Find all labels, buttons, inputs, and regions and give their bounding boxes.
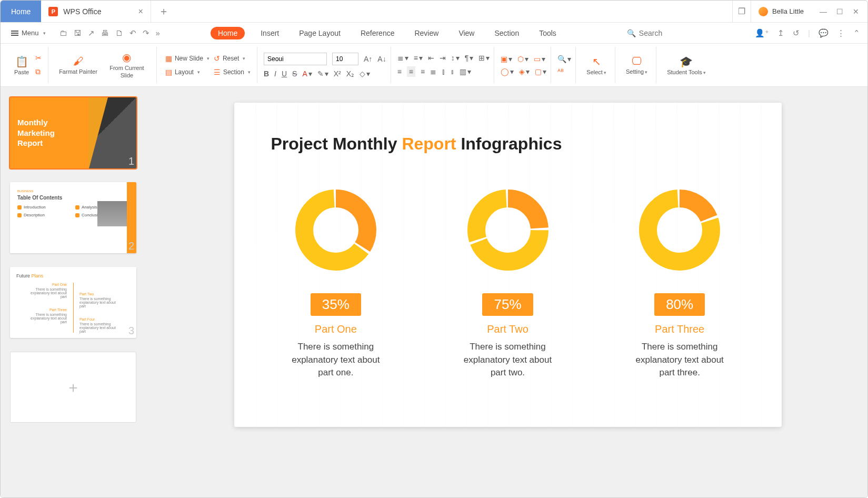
italic-button[interactable]: I — [274, 69, 276, 78]
minimize-icon[interactable]: — — [820, 7, 827, 16]
text-direction-button[interactable]: ¶▾ — [465, 54, 474, 62]
slide-canvas[interactable]: Project Monthly Report Infographics 35%P… — [158, 87, 867, 497]
shape-effects-button[interactable]: ▢▾ — [535, 67, 546, 76]
percent-badge: 75% — [482, 293, 533, 316]
select-button[interactable]: ↖ Select▾ — [582, 55, 611, 75]
shape-outline-button[interactable]: ◈▾ — [519, 67, 530, 76]
slide-thumbnail-panel[interactable]: Monthly Marketing Report 1 BUSINESS Tabl… — [1, 87, 158, 497]
bold-button[interactable]: B — [264, 69, 269, 78]
picture-button[interactable]: ▣▾ — [501, 55, 512, 63]
donut-chart — [461, 183, 555, 277]
bullets-button[interactable]: ≣▾ — [397, 54, 408, 62]
close-window-icon[interactable]: ✕ — [853, 7, 859, 16]
clear-formatting-button[interactable]: ◇▾ — [360, 69, 370, 78]
current-slide[interactable]: Project Monthly Report Infographics 35%P… — [234, 103, 782, 427]
window-layout-icon[interactable]: ❐ — [732, 1, 751, 22]
font-name-input[interactable] — [264, 53, 327, 65]
student-tools-group: 🎓 Student Tools▾ — [659, 47, 714, 83]
find-button[interactable]: 🔍▾ — [557, 55, 571, 63]
chart-block-1[interactable]: 35%Part OneThere is something explanator… — [271, 183, 401, 380]
cut-button[interactable]: ✂ — [33, 53, 44, 63]
copy-button[interactable]: ⧉ — [33, 66, 44, 77]
increase-indent-button[interactable]: ⇥ — [440, 54, 446, 62]
user-account[interactable]: Bella Little — [751, 1, 811, 22]
chart-block-3[interactable]: 80%Part ThreeThere is something explanat… — [615, 183, 745, 380]
new-slide-button[interactable]: ▦New Slide▾ — [163, 53, 212, 64]
maximize-icon[interactable]: ☐ — [836, 7, 843, 16]
tab-page-layout[interactable]: Page Layout — [295, 27, 345, 39]
format-painter-group: 🖌 Farmat Painter ◉ From Current Slide — [51, 47, 157, 83]
tab-insert[interactable]: Insert — [256, 27, 283, 39]
qat-overflow-icon[interactable]: » — [156, 28, 160, 37]
superscript-button[interactable]: X² — [334, 69, 341, 78]
tab-reference[interactable]: Reference — [356, 27, 399, 39]
save-icon[interactable]: 🖫 — [74, 28, 82, 37]
slide-thumbnail-3[interactable]: Future Plans Part OneThere is something … — [10, 267, 136, 338]
setting-button[interactable]: 🖵 Setting▾ — [622, 55, 652, 75]
share-icon[interactable]: ↗ — [88, 28, 95, 38]
collapse-ribbon-icon[interactable]: ⌃ — [853, 28, 860, 38]
add-user-icon[interactable]: 👤⁺ — [755, 28, 769, 38]
open-folder-icon[interactable]: 🗀 — [59, 28, 67, 37]
section-button[interactable]: ☰Section▾ — [212, 67, 253, 77]
new-slide-icon: ▦ — [165, 54, 172, 63]
new-tab-button[interactable]: ＋ — [151, 1, 176, 22]
percent-badge: 80% — [654, 293, 705, 316]
align-right-button[interactable]: ≡ — [421, 67, 425, 76]
underline-button[interactable]: U — [282, 69, 287, 78]
tab-section[interactable]: Section — [490, 27, 523, 39]
slide-title[interactable]: Project Monthly Report Infographics — [271, 134, 745, 154]
app-home-tab[interactable]: Home — [1, 1, 41, 22]
align-text-button[interactable]: ⊞▾ — [478, 54, 490, 62]
tab-view[interactable]: View — [454, 27, 478, 39]
subscript-button[interactable]: X₂ — [346, 69, 354, 78]
font-color-button[interactable]: A▾ — [302, 69, 312, 78]
tab-home[interactable]: Home — [211, 27, 245, 39]
line-spacing-button[interactable]: ↕▾ — [451, 54, 460, 62]
print-preview-icon[interactable]: 🗋 — [115, 28, 123, 37]
increase-font-icon[interactable]: A↑ — [364, 55, 372, 63]
layout-button[interactable]: ▤Layout▾ — [163, 67, 212, 77]
font-size-input[interactable] — [332, 53, 358, 65]
shape-fill-button[interactable]: ◯▾ — [501, 67, 514, 76]
from-current-slide-button[interactable]: ◉ From Current Slide — [102, 51, 152, 78]
decrease-font-icon[interactable]: A↓ — [377, 55, 386, 63]
history-icon[interactable]: ↺ — [793, 28, 800, 38]
slide-thumbnail-1[interactable]: Monthly Marketing Report 1 — [10, 97, 136, 168]
align-left-button[interactable]: ≡ — [397, 67, 402, 76]
columns-button[interactable]: ▥▾ — [460, 67, 471, 76]
search-box[interactable]: 🔍 — [627, 29, 713, 37]
format-painter-button[interactable]: 🖌 Farmat Painter — [55, 55, 102, 75]
chart-block-2[interactable]: 75%Part TwoThere is something explanator… — [443, 183, 573, 380]
numbering-button[interactable]: ≡▾ — [414, 54, 423, 62]
align-center-button[interactable]: ≡ — [407, 66, 415, 77]
thumb2-eyebrow: BUSINESS — [17, 190, 129, 193]
app-menu-button[interactable]: Menu ▾ — [8, 27, 49, 39]
close-tab-icon[interactable]: × — [138, 7, 143, 16]
new-slide-thumbnail[interactable]: ＋ — [10, 352, 136, 423]
tab-tools[interactable]: Tools — [535, 27, 561, 39]
strikethrough-button[interactable]: S — [292, 69, 297, 78]
monitor-icon: 🖵 — [632, 55, 642, 67]
document-tab[interactable]: P WPS Office × — [41, 1, 151, 22]
undo-icon[interactable]: ↶ — [129, 28, 136, 38]
export-icon[interactable]: ↥ — [777, 28, 784, 38]
student-tools-button[interactable]: 🎓 Student Tools▾ — [663, 55, 710, 75]
slide-thumbnail-2[interactable]: BUSINESS Table Of Contents Introduction … — [10, 182, 136, 253]
tab-review[interactable]: Review — [410, 27, 443, 39]
feedback-icon[interactable]: 💬 — [819, 28, 829, 38]
arrange-button[interactable]: ▭▾ — [534, 55, 545, 63]
replace-button[interactable]: ᴬᴮ — [557, 67, 564, 76]
reset-button[interactable]: ↺Reset▾ — [212, 53, 253, 64]
shapes-button[interactable]: ⬡▾ — [517, 55, 528, 63]
more-icon[interactable]: ⋮ — [837, 28, 845, 38]
search-input[interactable] — [639, 29, 713, 37]
paste-button[interactable]: 📋 Paste — [10, 55, 33, 75]
distribute-h-button[interactable]: ⫿ — [442, 67, 445, 76]
align-justify-button[interactable]: ≣ — [430, 67, 436, 76]
print-icon[interactable]: 🖶 — [101, 28, 109, 37]
distribute-v-button[interactable]: ⫾ — [451, 67, 454, 76]
decrease-indent-button[interactable]: ⇤ — [428, 54, 434, 62]
redo-icon[interactable]: ↷ — [143, 28, 149, 38]
highlight-button[interactable]: ✎▾ — [317, 69, 328, 78]
